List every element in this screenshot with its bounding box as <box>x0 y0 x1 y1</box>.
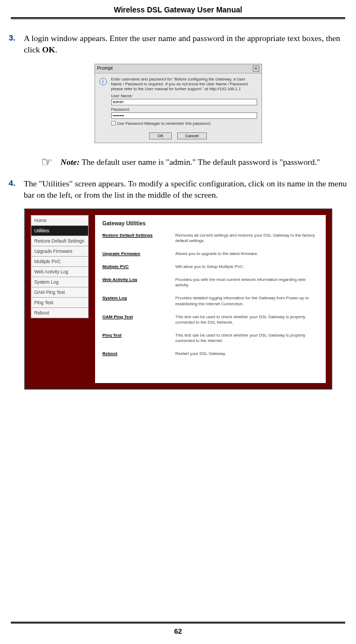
username-input[interactable] <box>111 99 257 105</box>
cancel-button[interactable]: Cancel <box>177 132 207 139</box>
utility-link[interactable]: Ping Test <box>103 333 176 344</box>
step-3: 3. A login window appears. Enter the use… <box>9 33 347 56</box>
dialog-message: Enter username and password for "Before … <box>111 77 257 91</box>
note-label: Note: <box>61 157 79 166</box>
utility-description: Will allow you to Setup Multiple PVC. <box>176 264 245 270</box>
utility-link[interactable]: Restore Default Settings <box>103 233 176 244</box>
utility-row: RebootRestart your DSL Gateway. <box>103 351 318 357</box>
utility-row: System LogProvides detailed logging info… <box>103 296 318 306</box>
utility-row: Upgrade FirmwareAllows you to upgrade to… <box>103 251 318 257</box>
nav-item[interactable]: Multiple PVC <box>31 256 89 266</box>
remember-label: Use Password Manager to remember this pa… <box>117 121 212 126</box>
utility-link[interactable]: Multiple PVC <box>103 264 176 270</box>
username-label: User Name: <box>111 93 257 98</box>
step-body: A login window appears. Enter the user n… <box>24 33 347 56</box>
nav-item[interactable]: Upgrade Firmware <box>31 246 89 256</box>
utilities-sidebar: HomeUtilitiesRestore Default SettingsUpg… <box>31 215 89 383</box>
utility-description: This test can be used to check whether y… <box>176 333 318 344</box>
page-header: Wireless DSL Gateway User Manual <box>0 0 356 17</box>
utility-description: Restart your DSL Gateway. <box>176 351 226 357</box>
utility-row: Restore Default SettingsRemoves all curr… <box>103 233 318 244</box>
utility-description: Provides detailed logging information fo… <box>176 296 318 306</box>
nav-item[interactable]: Home <box>31 215 89 225</box>
utility-link[interactable]: Reboot <box>103 351 176 357</box>
header-rule <box>11 17 345 19</box>
nav-item[interactable]: Web Activity Log <box>31 266 89 277</box>
pointing-hand-icon: ☞ <box>41 156 53 169</box>
step-text-b: . <box>55 45 57 54</box>
remember-checkbox[interactable] <box>111 121 116 125</box>
step-number: 3. <box>9 33 24 56</box>
utility-description: Provides you with the most current netwo… <box>176 277 318 288</box>
utility-description: Removes all current settings and restore… <box>176 233 318 244</box>
step-bold: OK <box>42 45 55 54</box>
utility-link[interactable]: Web Activity Log <box>103 277 176 288</box>
utility-link[interactable]: System Log <box>103 296 176 306</box>
nav-item[interactable]: Reboot <box>31 307 89 318</box>
nav-item[interactable]: OAM Ping Test <box>31 287 89 297</box>
utilities-title: Gateway Utilities <box>103 220 318 226</box>
utility-link[interactable]: Upgrade Firmware <box>103 251 176 257</box>
nav-list: HomeUtilitiesRestore Default SettingsUpg… <box>31 215 89 318</box>
dialog-title: Prompt <box>97 65 113 72</box>
utility-row: Web Activity LogProvides you with the mo… <box>103 277 318 288</box>
step-text-a: A login window appears. Enter the user n… <box>24 33 340 54</box>
note-block: ☞ Note: The default user name is "admin.… <box>9 157 347 169</box>
utilities-screen-figure: HomeUtilitiesRestore Default SettingsUpg… <box>24 209 332 390</box>
utilities-main: Gateway Utilities Restore Default Settin… <box>95 215 326 383</box>
footer-rule <box>11 621 345 623</box>
password-label: Password: <box>111 107 257 112</box>
info-icon: i <box>99 78 107 85</box>
nav-item[interactable]: Ping Test <box>31 297 89 307</box>
utility-description: Allows you to upgrade to the latest firm… <box>176 251 258 257</box>
nav-item[interactable]: Utilities <box>31 225 89 236</box>
dialog-titlebar: Prompt × <box>95 64 261 73</box>
utility-row: OAM Ping TestThis test can be used to ch… <box>103 314 318 325</box>
step-number: 4. <box>9 178 24 201</box>
utility-row: Multiple PVCWill allow you to Setup Mult… <box>103 264 318 270</box>
login-dialog-figure: Prompt × i Enter username and password f… <box>95 64 262 143</box>
step-4: 4. The "Utilities" screen appears. To mo… <box>9 178 347 201</box>
password-input[interactable] <box>111 112 257 119</box>
step-body: The "Utilities" screen appears. To modif… <box>24 178 347 201</box>
page-number: 62 <box>0 627 356 635</box>
note-text: The default user name is "admin." The de… <box>79 157 320 166</box>
utility-link[interactable]: OAM Ping Test <box>103 314 176 325</box>
ok-button[interactable]: OK <box>149 132 172 139</box>
utility-row: Ping TestThis test can be used to check … <box>103 333 318 344</box>
nav-item[interactable]: Restore Default Settings <box>31 236 89 246</box>
nav-item[interactable]: System Log <box>31 277 89 287</box>
close-button[interactable]: × <box>253 65 259 72</box>
utility-description: This test can be used to check whether y… <box>176 314 318 325</box>
